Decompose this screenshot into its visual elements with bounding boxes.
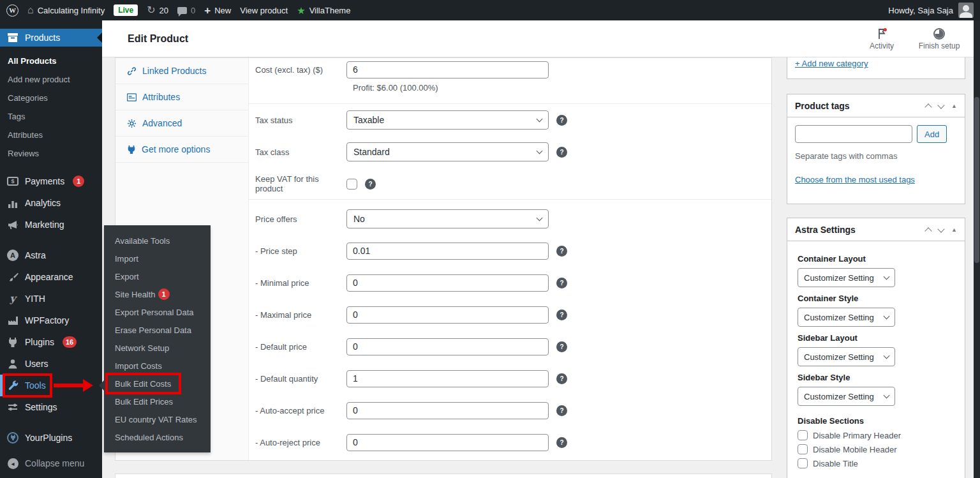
price-step-input[interactable] bbox=[346, 243, 549, 260]
user-avatar[interactable] bbox=[958, 3, 974, 18]
tax-status-select[interactable]: Taxable bbox=[346, 110, 549, 130]
activity-button[interactable]: Activity bbox=[858, 27, 906, 50]
site-name: Calculating Infinity bbox=[38, 6, 105, 15]
auto-accept-price-help-icon[interactable]: ? bbox=[556, 405, 567, 416]
finish-setup-button[interactable]: Finish setup bbox=[915, 27, 963, 50]
astra-settings-panel: Astra Settings ▲ Container Layout Custom… bbox=[787, 218, 965, 478]
menu-item-analytics[interactable]: Analytics bbox=[0, 192, 102, 214]
disable-mobile-header-checkbox[interactable] bbox=[798, 444, 808, 454]
maximal-price-help-icon[interactable]: ? bbox=[556, 310, 567, 320]
add-tag-button[interactable]: Add bbox=[917, 125, 947, 143]
menu-item-products[interactable]: Products bbox=[0, 29, 102, 47]
flyout-item-network-setup[interactable]: Network Setup bbox=[104, 339, 211, 357]
default-quantity-input[interactable] bbox=[346, 370, 549, 387]
tax-class-select[interactable]: Standard bbox=[346, 142, 549, 161]
disable-primary-header-checkbox[interactable] bbox=[798, 430, 808, 440]
flyout-item-bulk-edit-prices[interactable]: Bulk Edit Prices bbox=[104, 392, 211, 410]
wordpress-menu-button[interactable]: W bbox=[6, 4, 19, 17]
disable-title-checkbox[interactable] bbox=[798, 458, 808, 468]
toggle-panel-icon[interactable]: ▲ bbox=[951, 103, 957, 109]
menu-item-marketing[interactable]: Marketing bbox=[0, 214, 102, 235]
scrollbar-thumb[interactable] bbox=[974, 97, 979, 263]
container-style-select[interactable]: Customizer Setting bbox=[798, 308, 895, 327]
villatheme-link[interactable]: ★ VillaTheme bbox=[297, 6, 350, 15]
move-down-icon[interactable] bbox=[937, 101, 944, 108]
menu-item-tools[interactable]: Tools bbox=[0, 375, 102, 396]
flyout-item-scheduled-actions[interactable]: Scheduled Actions bbox=[104, 428, 211, 446]
submenu-item-add-new-product[interactable]: Add new product bbox=[0, 70, 102, 89]
flyout-item-available-tools[interactable]: Available Tools bbox=[104, 232, 211, 250]
flyout-item-import-costs[interactable]: Import Costs bbox=[104, 357, 211, 375]
card-icon bbox=[127, 93, 137, 101]
container-layout-select[interactable]: Customizer Setting bbox=[798, 268, 895, 287]
keep-vat-checkbox[interactable] bbox=[346, 179, 357, 190]
move-up-icon[interactable] bbox=[924, 227, 932, 234]
flyout-item-bulk-edit-costs[interactable]: Bulk Edit Costs bbox=[104, 375, 211, 392]
new-tag-input[interactable] bbox=[795, 125, 912, 143]
flyout-item-site-health[interactable]: Site Health 1 bbox=[104, 285, 211, 303]
submenu-item-attributes[interactable]: Attributes bbox=[0, 126, 102, 144]
price-offers-select[interactable]: No bbox=[346, 209, 549, 228]
account-menu[interactable]: Howdy, Saja Saja bbox=[888, 6, 953, 15]
keep-vat-help-icon[interactable]: ? bbox=[365, 179, 376, 190]
tax-class-help-icon[interactable]: ? bbox=[556, 147, 567, 158]
tab-advanced[interactable]: Advanced bbox=[115, 110, 248, 137]
submenu-item-all-products[interactable]: All Products bbox=[0, 52, 102, 70]
container-layout-value: Customizer Setting bbox=[804, 273, 874, 283]
add-new-category-link[interactable]: + Add new category bbox=[795, 59, 868, 68]
collapse-menu-button[interactable]: ◂ Collapse menu bbox=[0, 452, 102, 474]
maximal-price-input[interactable] bbox=[346, 306, 549, 324]
default-price-input[interactable] bbox=[346, 338, 549, 355]
menu-item-users[interactable]: Users bbox=[0, 353, 102, 375]
minimal-price-label: - Minimal price bbox=[249, 278, 346, 288]
submenu-label: Add new product bbox=[8, 75, 70, 84]
flyout-item-eu-country-vat-rates[interactable]: EU country VAT Rates bbox=[104, 410, 211, 428]
most-used-tags-link[interactable]: Choose from the most used tags bbox=[795, 175, 915, 184]
move-up-icon[interactable] bbox=[924, 103, 932, 110]
submenu-item-categories[interactable]: Categories bbox=[0, 89, 102, 107]
new-content-link[interactable]: + New bbox=[204, 5, 231, 16]
default-price-help-icon[interactable]: ? bbox=[556, 341, 567, 352]
collapse-label: Collapse menu bbox=[25, 458, 84, 468]
minimal-price-help-icon[interactable]: ? bbox=[556, 278, 567, 288]
menu-item-yourplugins[interactable]: YourPlugins bbox=[0, 427, 102, 449]
default-quantity-help-icon[interactable]: ? bbox=[556, 373, 567, 384]
view-product-link[interactable]: View product bbox=[240, 6, 288, 15]
tab-attributes[interactable]: Attributes bbox=[115, 84, 248, 110]
flyout-item-erase-personal-data[interactable]: Erase Personal Data bbox=[104, 321, 211, 339]
auto-reject-price-help-icon[interactable]: ? bbox=[556, 437, 567, 448]
menu-item-astra[interactable]: A Astra bbox=[0, 244, 102, 266]
flyout-item-export[interactable]: Export bbox=[104, 267, 211, 285]
cost-input[interactable] bbox=[346, 61, 549, 78]
menu-item-appearance[interactable]: Appearance bbox=[0, 266, 102, 288]
sidebar-layout-select[interactable]: Customizer Setting bbox=[798, 347, 895, 366]
menu-item-settings[interactable]: Settings bbox=[0, 396, 102, 418]
comments-link[interactable]: 0 bbox=[177, 6, 195, 15]
site-name-link[interactable]: ⌂ Calculating Infinity bbox=[27, 5, 105, 15]
minimal-price-input[interactable] bbox=[346, 274, 549, 292]
updates-link[interactable]: ↻ 20 bbox=[147, 5, 168, 15]
auto-accept-price-input[interactable] bbox=[346, 402, 549, 419]
tab-label: Advanced bbox=[142, 118, 182, 128]
menu-item-plugins[interactable]: Plugins 16 bbox=[0, 331, 102, 353]
auto-reject-price-input[interactable] bbox=[346, 434, 549, 451]
tax-status-help-icon[interactable]: ? bbox=[556, 115, 567, 126]
price-step-help-icon[interactable]: ? bbox=[556, 246, 567, 257]
toggle-panel-icon[interactable]: ▲ bbox=[951, 227, 957, 233]
cost-label: Cost (excl. tax) ($) bbox=[249, 65, 346, 75]
submenu-item-tags[interactable]: Tags bbox=[0, 107, 102, 126]
tab-linked-products[interactable]: Linked Products bbox=[115, 58, 248, 84]
submenu-item-reviews[interactable]: Reviews bbox=[0, 144, 102, 163]
flyout-item-export-personal-data[interactable]: Export Personal Data bbox=[104, 303, 211, 321]
sidebar-style-label: Sidebar Style bbox=[798, 373, 954, 382]
comments-count: 0 bbox=[191, 6, 195, 15]
menu-item-wpfactory[interactable]: WPFactory bbox=[0, 310, 102, 331]
menu-item-yith[interactable]: y YITH bbox=[0, 288, 102, 310]
menu-item-payments[interactable]: $ Payments 1 bbox=[0, 170, 102, 192]
tab-get-more-options[interactable]: Get more options bbox=[115, 137, 248, 163]
move-down-icon[interactable] bbox=[937, 225, 944, 232]
flyout-item-import[interactable]: Import bbox=[104, 250, 211, 267]
tools-icon bbox=[6, 380, 19, 391]
page-scrollbar[interactable] bbox=[974, 20, 980, 478]
sidebar-style-select[interactable]: Customizer Setting bbox=[798, 387, 895, 406]
